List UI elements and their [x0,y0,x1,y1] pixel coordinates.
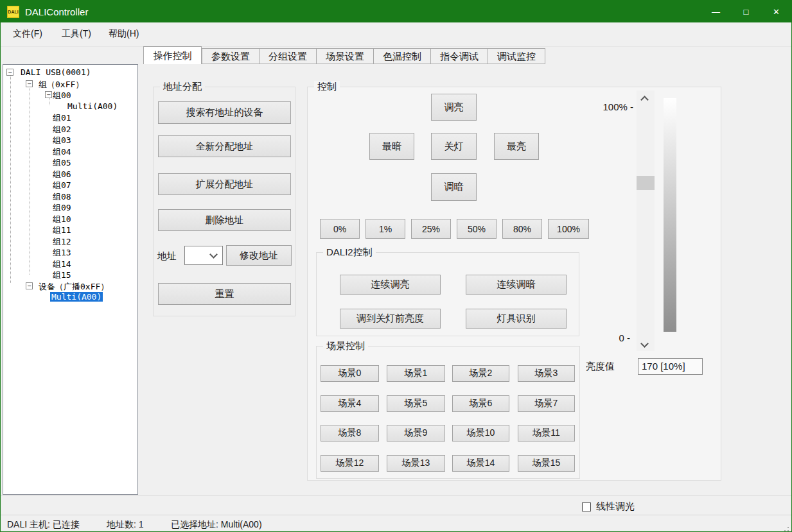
tree-expander-icon[interactable]: − [26,282,33,289]
address-combobox[interactable] [184,246,223,265]
tab-scene-settings[interactable]: 场景设置 [316,48,374,64]
scrollbar-down-button[interactable] [637,336,655,351]
tree-expander-icon[interactable]: − [45,91,52,98]
scrollbar-up-button[interactable] [637,90,655,106]
percent-50-button[interactable]: 50% [457,219,497,239]
scene-10-button[interactable]: 场景10 [452,425,509,442]
min-brightness-button[interactable]: 最暗 [369,133,414,160]
window-title: DALIController [25,6,88,17]
control-group-title: 控制 [314,81,340,93]
recall-last-level-button[interactable]: 调到关灯前亮度 [340,309,441,329]
tab-group-settings[interactable]: 分组设置 [259,48,317,64]
tab-parameter-settings[interactable]: 参数设置 [202,48,260,64]
window-controls: — □ ✕ [701,1,791,22]
tree-item[interactable]: − 组00 [3,90,137,101]
scene-12-button[interactable]: 场景12 [321,455,379,472]
tree-item[interactable]: 组11 [3,225,137,236]
scrollbar-thumb[interactable] [637,176,655,190]
title-bar: DALI DALIController — □ ✕ [1,1,791,22]
max-brightness-button[interactable]: 最亮 [494,133,539,160]
percent-1-button[interactable]: 1% [365,219,405,239]
tree-item[interactable]: 组05 [3,157,137,168]
footer-strip: 线性调光 [1,495,791,515]
tree-item[interactable]: 组15 [3,270,137,280]
scene-7-button[interactable]: 场景7 [518,395,575,412]
status-selected-address: 已选择地址: Multi(A00) [171,519,262,531]
scene-13-button[interactable]: 场景13 [387,455,445,472]
menu-help[interactable]: 帮助(H) [109,28,139,40]
scene-8-button[interactable]: 场景8 [321,425,379,442]
tree-item[interactable]: 组03 [3,135,137,146]
tree-item[interactable]: − 组（0xFF） [3,79,137,90]
percent-25-button[interactable]: 25% [411,219,451,239]
search-addressed-devices-button[interactable]: 搜索有地址的设备 [158,101,291,124]
scene-11-button[interactable]: 场景11 [518,425,575,442]
percent-0-button[interactable]: 0% [320,219,360,239]
brightness-value-box[interactable]: 170 [10%] [638,358,703,375]
tree-item[interactable]: 组09 [3,202,137,213]
tree-item[interactable]: 组02 [3,124,137,135]
delete-address-button[interactable]: 删除地址 [158,209,291,231]
maximize-button[interactable]: □ [731,1,761,22]
percent-100-button[interactable]: 100% [548,219,589,239]
scene-14-button[interactable]: 场景14 [452,455,509,472]
tab-command-debug[interactable]: 指令调试 [430,48,488,64]
menu-tools[interactable]: 工具(T) [62,28,91,40]
scene-1-button[interactable]: 场景1 [387,365,445,382]
percent-80-button[interactable]: 80% [502,219,542,239]
tree-expander-icon[interactable]: − [6,69,13,76]
dim-button[interactable]: 调暗 [431,173,477,201]
tree-item[interactable]: 组13 [3,247,137,258]
menu-file[interactable]: 文件(F) [13,28,42,40]
scene-6-button[interactable]: 场景6 [452,395,509,412]
assign-new-address-button[interactable]: 全新分配地址 [158,135,291,157]
tree-item[interactable]: 组04 [3,146,137,157]
tree-item[interactable]: 组06 [3,169,137,180]
brighten-button[interactable]: 调亮 [431,94,477,121]
continuous-dim-button[interactable]: 连续调暗 [466,275,567,295]
brightness-value-label: 亮度值 [586,361,615,373]
slider-max-label: 100% - [592,101,633,112]
device-tree: − DALI USB(0001) − 组（0xFF） − 组00 Multi(A… [3,64,138,495]
slider-min-label: 0 - [592,332,630,343]
resize-grip-icon[interactable] [781,527,782,528]
tab-color-temp-control[interactable]: 色温控制 [373,48,431,64]
chevron-down-icon [209,250,218,259]
close-button[interactable]: ✕ [761,1,791,22]
menu-bar: 文件(F) 工具(T) 帮助(H) [1,22,791,47]
tree-item[interactable]: 组07 [3,180,137,191]
scene-0-button[interactable]: 场景0 [321,365,379,382]
continuous-brighten-button[interactable]: 连续调亮 [340,275,441,295]
scene-4-button[interactable]: 场景4 [321,395,379,412]
tree-item[interactable]: 组10 [3,214,137,225]
tree-item[interactable]: 组01 [3,112,137,123]
tree-expander-icon[interactable]: − [26,80,33,87]
extend-assign-address-button[interactable]: 扩展分配地址 [158,173,291,195]
tree-item[interactable]: 组08 [3,191,137,202]
chevron-up-icon [640,96,649,104]
scene-3-button[interactable]: 场景3 [518,365,575,382]
status-host: DALI 主机: 已连接 [7,519,80,531]
tree-item[interactable]: 组14 [3,259,137,270]
tree-item[interactable]: − 设备（广播0xFF） [3,281,137,292]
tree-item[interactable]: 组12 [3,236,137,247]
reset-button[interactable]: 重置 [158,283,291,305]
scene-2-button[interactable]: 场景2 [452,365,509,382]
chevron-down-icon [640,339,649,348]
brightness-scrollbar[interactable] [637,90,655,351]
scene-9-button[interactable]: 场景9 [387,425,445,442]
scene-15-button[interactable]: 场景15 [518,455,575,472]
address-group-title: 地址分配 [160,81,205,93]
tree-item[interactable]: Multi(A00) [3,101,137,112]
modify-address-button[interactable]: 修改地址 [226,245,292,266]
linear-dimming-checkbox[interactable] [582,502,591,511]
tree-item[interactable]: − DALI USB(0001) [3,67,137,78]
tab-operation-control[interactable]: 操作控制 [143,46,202,64]
luminaire-identify-button[interactable]: 灯具识别 [466,309,567,329]
linear-dimming-label: 线性调光 [596,501,635,513]
scene-5-button[interactable]: 场景5 [387,395,445,412]
tree-item-selected[interactable]: Multi(A00) [3,292,137,303]
tab-debug-monitor[interactable]: 调试监控 [488,48,545,64]
light-off-button[interactable]: 关灯 [431,133,477,160]
minimize-button[interactable]: — [701,1,731,22]
